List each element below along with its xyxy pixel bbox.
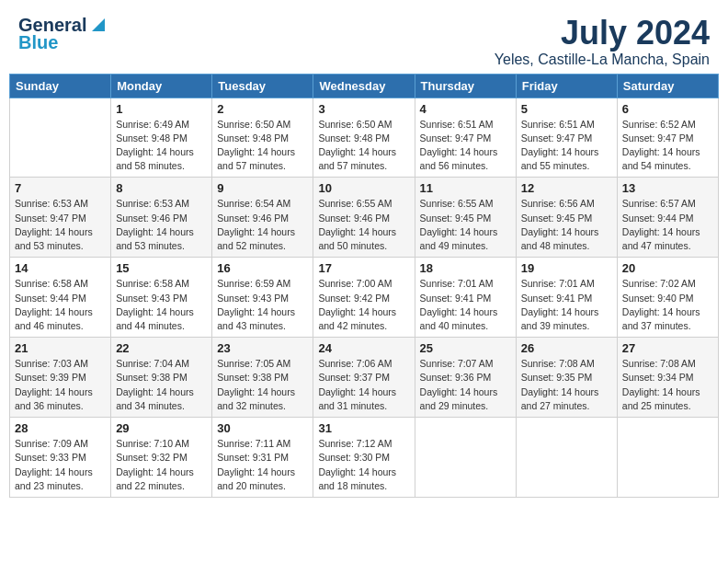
calendar-cell: 13Sunrise: 6:57 AMSunset: 9:44 PMDayligh… bbox=[617, 178, 718, 258]
calendar-cell: 29Sunrise: 7:10 AMSunset: 9:32 PMDayligh… bbox=[111, 418, 212, 498]
calendar-cell: 6Sunrise: 6:52 AMSunset: 9:47 PMDaylight… bbox=[617, 98, 718, 178]
calendar-cell: 2Sunrise: 6:50 AMSunset: 9:48 PMDaylight… bbox=[212, 98, 313, 178]
day-info: Sunrise: 6:55 AMSunset: 9:45 PMDaylight:… bbox=[420, 197, 511, 253]
col-header-friday: Friday bbox=[516, 74, 617, 98]
col-header-thursday: Thursday bbox=[415, 74, 516, 98]
calendar-cell: 5Sunrise: 6:51 AMSunset: 9:47 PMDaylight… bbox=[516, 98, 617, 178]
day-info: Sunrise: 6:49 AMSunset: 9:48 PMDaylight:… bbox=[116, 118, 207, 174]
day-info: Sunrise: 7:00 AMSunset: 9:42 PMDaylight:… bbox=[318, 277, 409, 333]
day-number: 14 bbox=[15, 261, 106, 275]
calendar-cell: 15Sunrise: 6:58 AMSunset: 9:43 PMDayligh… bbox=[111, 258, 212, 338]
day-info: Sunrise: 7:01 AMSunset: 9:41 PMDaylight:… bbox=[521, 277, 612, 333]
day-number: 3 bbox=[318, 102, 409, 116]
day-number: 24 bbox=[318, 341, 409, 355]
calendar-cell: 14Sunrise: 6:58 AMSunset: 9:44 PMDayligh… bbox=[10, 258, 111, 338]
day-number: 23 bbox=[217, 341, 308, 355]
day-number: 22 bbox=[116, 341, 207, 355]
col-header-saturday: Saturday bbox=[617, 74, 718, 98]
day-info: Sunrise: 7:06 AMSunset: 9:37 PMDaylight:… bbox=[318, 357, 409, 413]
calendar-cell: 1Sunrise: 6:49 AMSunset: 9:48 PMDaylight… bbox=[111, 98, 212, 178]
calendar-cell: 3Sunrise: 6:50 AMSunset: 9:48 PMDaylight… bbox=[313, 98, 415, 178]
day-number: 11 bbox=[420, 181, 511, 195]
calendar-cell: 21Sunrise: 7:03 AMSunset: 9:39 PMDayligh… bbox=[10, 338, 111, 418]
calendar-cell bbox=[617, 418, 718, 498]
calendar-cell: 17Sunrise: 7:00 AMSunset: 9:42 PMDayligh… bbox=[313, 258, 415, 338]
day-number: 26 bbox=[521, 341, 612, 355]
day-info: Sunrise: 7:07 AMSunset: 9:36 PMDaylight:… bbox=[420, 357, 511, 413]
day-number: 12 bbox=[521, 181, 612, 195]
calendar-cell bbox=[516, 418, 617, 498]
col-header-wednesday: Wednesday bbox=[313, 74, 415, 98]
calendar-week-row: 1Sunrise: 6:49 AMSunset: 9:48 PMDaylight… bbox=[10, 98, 719, 178]
calendar-week-row: 28Sunrise: 7:09 AMSunset: 9:33 PMDayligh… bbox=[10, 418, 719, 498]
day-number: 6 bbox=[622, 102, 713, 116]
calendar-cell: 19Sunrise: 7:01 AMSunset: 9:41 PMDayligh… bbox=[516, 258, 617, 338]
day-info: Sunrise: 7:03 AMSunset: 9:39 PMDaylight:… bbox=[15, 357, 106, 413]
day-number: 4 bbox=[420, 102, 511, 116]
day-info: Sunrise: 6:58 AMSunset: 9:43 PMDaylight:… bbox=[116, 277, 207, 333]
day-info: Sunrise: 6:51 AMSunset: 9:47 PMDaylight:… bbox=[420, 118, 511, 174]
page-header: General Blue July 2024 Yeles, Castille-L… bbox=[9, 9, 719, 70]
day-info: Sunrise: 7:08 AMSunset: 9:34 PMDaylight:… bbox=[622, 357, 713, 413]
day-number: 8 bbox=[116, 181, 207, 195]
day-info: Sunrise: 6:51 AMSunset: 9:47 PMDaylight:… bbox=[521, 118, 612, 174]
day-info: Sunrise: 7:09 AMSunset: 9:33 PMDaylight:… bbox=[15, 437, 106, 493]
calendar-cell: 31Sunrise: 7:12 AMSunset: 9:30 PMDayligh… bbox=[313, 418, 415, 498]
calendar-week-row: 21Sunrise: 7:03 AMSunset: 9:39 PMDayligh… bbox=[10, 338, 719, 418]
day-number: 1 bbox=[116, 102, 207, 116]
calendar-cell: 26Sunrise: 7:08 AMSunset: 9:35 PMDayligh… bbox=[516, 338, 617, 418]
day-number: 17 bbox=[318, 261, 409, 275]
day-number: 31 bbox=[318, 421, 409, 435]
day-number: 29 bbox=[116, 421, 207, 435]
day-number: 25 bbox=[420, 341, 511, 355]
logo: General Blue bbox=[18, 15, 108, 53]
month-year-title: July 2024 bbox=[495, 15, 710, 52]
day-number: 2 bbox=[217, 102, 308, 116]
day-info: Sunrise: 7:10 AMSunset: 9:32 PMDaylight:… bbox=[116, 437, 207, 493]
day-number: 16 bbox=[217, 261, 308, 275]
day-number: 9 bbox=[217, 181, 308, 195]
day-info: Sunrise: 7:12 AMSunset: 9:30 PMDaylight:… bbox=[318, 437, 409, 493]
col-header-sunday: Sunday bbox=[10, 74, 111, 98]
day-info: Sunrise: 6:52 AMSunset: 9:47 PMDaylight:… bbox=[622, 118, 713, 174]
day-info: Sunrise: 7:04 AMSunset: 9:38 PMDaylight:… bbox=[116, 357, 207, 413]
day-info: Sunrise: 6:50 AMSunset: 9:48 PMDaylight:… bbox=[217, 118, 308, 174]
calendar-cell: 11Sunrise: 6:55 AMSunset: 9:45 PMDayligh… bbox=[415, 178, 516, 258]
calendar-cell bbox=[10, 98, 111, 178]
calendar-cell: 24Sunrise: 7:06 AMSunset: 9:37 PMDayligh… bbox=[313, 338, 415, 418]
day-info: Sunrise: 7:05 AMSunset: 9:38 PMDaylight:… bbox=[217, 357, 308, 413]
calendar-cell: 12Sunrise: 6:56 AMSunset: 9:45 PMDayligh… bbox=[516, 178, 617, 258]
calendar-cell: 9Sunrise: 6:54 AMSunset: 9:46 PMDaylight… bbox=[212, 178, 313, 258]
calendar-cell: 7Sunrise: 6:53 AMSunset: 9:47 PMDaylight… bbox=[10, 178, 111, 258]
calendar-cell: 23Sunrise: 7:05 AMSunset: 9:38 PMDayligh… bbox=[212, 338, 313, 418]
calendar-table: SundayMondayTuesdayWednesdayThursdayFrid… bbox=[9, 74, 719, 498]
calendar-week-row: 7Sunrise: 6:53 AMSunset: 9:47 PMDaylight… bbox=[10, 178, 719, 258]
calendar-cell: 20Sunrise: 7:02 AMSunset: 9:40 PMDayligh… bbox=[617, 258, 718, 338]
calendar-cell: 16Sunrise: 6:59 AMSunset: 9:43 PMDayligh… bbox=[212, 258, 313, 338]
day-number: 21 bbox=[15, 341, 106, 355]
calendar-cell: 28Sunrise: 7:09 AMSunset: 9:33 PMDayligh… bbox=[10, 418, 111, 498]
svg-marker-0 bbox=[92, 18, 105, 31]
day-number: 10 bbox=[318, 181, 409, 195]
calendar-cell: 27Sunrise: 7:08 AMSunset: 9:34 PMDayligh… bbox=[617, 338, 718, 418]
day-info: Sunrise: 7:08 AMSunset: 9:35 PMDaylight:… bbox=[521, 357, 612, 413]
day-number: 13 bbox=[622, 181, 713, 195]
calendar-cell bbox=[415, 418, 516, 498]
day-info: Sunrise: 6:56 AMSunset: 9:45 PMDaylight:… bbox=[521, 197, 612, 253]
calendar-cell: 18Sunrise: 7:01 AMSunset: 9:41 PMDayligh… bbox=[415, 258, 516, 338]
calendar-header-row: SundayMondayTuesdayWednesdayThursdayFrid… bbox=[10, 74, 719, 98]
day-number: 28 bbox=[15, 421, 106, 435]
day-number: 20 bbox=[622, 261, 713, 275]
day-number: 19 bbox=[521, 261, 612, 275]
day-info: Sunrise: 6:50 AMSunset: 9:48 PMDaylight:… bbox=[318, 118, 409, 174]
logo-triangle-icon bbox=[88, 15, 108, 35]
day-info: Sunrise: 7:02 AMSunset: 9:40 PMDaylight:… bbox=[622, 277, 713, 333]
day-info: Sunrise: 7:11 AMSunset: 9:31 PMDaylight:… bbox=[217, 437, 308, 493]
calendar-week-row: 14Sunrise: 6:58 AMSunset: 9:44 PMDayligh… bbox=[10, 258, 719, 338]
calendar-cell: 4Sunrise: 6:51 AMSunset: 9:47 PMDaylight… bbox=[415, 98, 516, 178]
calendar-cell: 22Sunrise: 7:04 AMSunset: 9:38 PMDayligh… bbox=[111, 338, 212, 418]
day-info: Sunrise: 6:57 AMSunset: 9:44 PMDaylight:… bbox=[622, 197, 713, 253]
calendar-cell: 30Sunrise: 7:11 AMSunset: 9:31 PMDayligh… bbox=[212, 418, 313, 498]
day-number: 7 bbox=[15, 181, 106, 195]
logo-blue: Blue bbox=[18, 32, 58, 53]
